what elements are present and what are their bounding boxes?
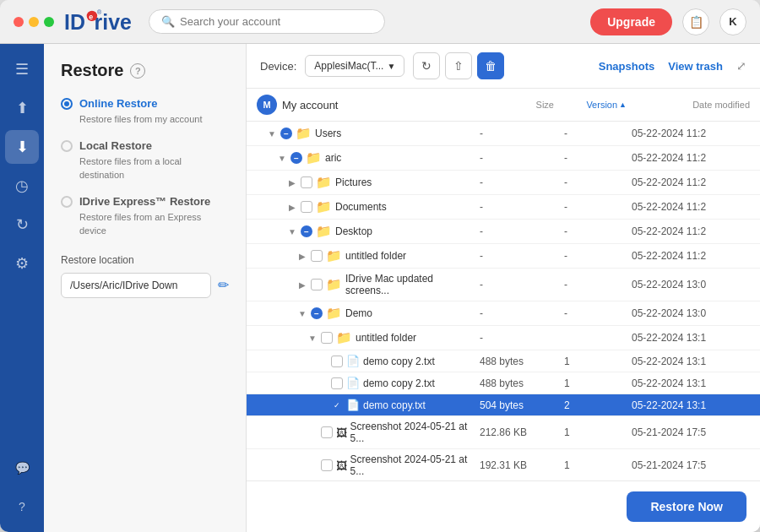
local-restore-desc: Restore files from a local destination bbox=[79, 155, 229, 182]
table-row[interactable]: ▼ − 📁 aric - - 05-22-2024 11:2 bbox=[247, 146, 760, 171]
table-row[interactable]: ▶ 📁 IDrive Mac updated screens... - - 05… bbox=[247, 269, 760, 301]
sidebar-icon-history[interactable]: ◷ bbox=[5, 169, 39, 203]
file-date: 05-22-2024 13:0 bbox=[632, 307, 750, 319]
edit-location-icon[interactable]: ✏ bbox=[218, 277, 229, 293]
folder-icon: 📁 bbox=[306, 150, 322, 166]
minimize-button[interactable] bbox=[29, 17, 39, 27]
file-name: aric bbox=[325, 152, 341, 164]
checkbox[interactable] bbox=[311, 279, 323, 290]
panel-help-icon[interactable]: ? bbox=[130, 63, 145, 79]
refresh-button[interactable]: ↻ bbox=[413, 52, 440, 79]
file-size: 488 bytes bbox=[480, 377, 564, 389]
file-size: - bbox=[480, 152, 564, 164]
sidebar-icon-sync[interactable]: ↻ bbox=[5, 208, 39, 242]
table-row[interactable]: ▶ 🖼 Screenshot 2024-05-21 at 5... 192.31… bbox=[247, 449, 760, 480]
resize-icon[interactable]: ⤢ bbox=[736, 59, 746, 73]
search-icon: 🔍 bbox=[161, 15, 175, 28]
table-row[interactable]: ▶ 📄 demo copy 2.txt 488 bytes 1 05-22-20… bbox=[247, 372, 760, 394]
partial-check-icon: − bbox=[311, 307, 323, 319]
file-name: demo copy.txt bbox=[363, 399, 426, 411]
checkbox[interactable] bbox=[311, 250, 323, 262]
online-restore-option[interactable]: Online Restore Restore files from my acc… bbox=[61, 97, 229, 126]
device-selector[interactable]: ApplesiMac(T... ▼ bbox=[305, 55, 404, 77]
file-size: - bbox=[480, 225, 564, 237]
table-row[interactable]: ▶ ✓ 📄 demo copy.txt 504 bytes 2 05-22-20… bbox=[247, 394, 760, 416]
file-name: demo copy 2.txt bbox=[363, 356, 435, 367]
file-date: 05-22-2024 13:1 bbox=[632, 332, 750, 344]
restore-location-input[interactable]: /Users/Aric/IDrive Down bbox=[61, 273, 211, 298]
checkbox[interactable] bbox=[321, 332, 333, 344]
table-row[interactable]: ▼ − 📁 Demo - - 05-22-2024 13:0 bbox=[247, 301, 760, 326]
express-restore-radio[interactable] bbox=[61, 196, 73, 208]
table-row[interactable]: ▼ − 📁 Users - - 05-22-2024 11:2 bbox=[247, 122, 760, 146]
image-file-icon: 🖼 bbox=[336, 426, 347, 439]
table-row[interactable]: ▶ 📁 Pictures - - 05-22-2024 11:2 bbox=[247, 171, 760, 195]
express-restore-desc: Restore files from an Express device bbox=[79, 211, 229, 237]
help-icon: ? bbox=[19, 500, 25, 513]
online-restore-label[interactable]: Online Restore bbox=[79, 97, 157, 110]
online-restore-radio[interactable] bbox=[61, 98, 73, 110]
table-row[interactable]: ▶ 📁 untitled folder - - 05-22-2024 11:2 bbox=[247, 244, 760, 269]
search-bar[interactable]: 🔍 bbox=[149, 9, 385, 34]
restore-location-label: Restore location bbox=[61, 254, 229, 266]
local-restore-radio[interactable] bbox=[61, 140, 73, 152]
folder-icon: 📁 bbox=[326, 306, 342, 321]
checkbox[interactable] bbox=[321, 459, 333, 471]
table-row[interactable]: ▶ 🖼 Screenshot 2024-05-21 at 5... 212.86… bbox=[247, 416, 760, 449]
sidebar-icon-chat[interactable]: 💬 bbox=[5, 451, 39, 485]
file-date: 05-22-2024 11:2 bbox=[632, 152, 750, 164]
local-restore-label[interactable]: Local Restore bbox=[79, 139, 152, 152]
file-name: Users bbox=[315, 128, 341, 139]
partial-check-icon: − bbox=[290, 152, 302, 164]
file-size: - bbox=[480, 128, 564, 139]
share-icon: ⇧ bbox=[453, 59, 464, 73]
titlebar-right: Upgrade 📋 K bbox=[590, 8, 746, 35]
file-date: 05-22-2024 13:1 bbox=[632, 377, 750, 389]
express-restore-label[interactable]: IDrive Express™ Restore bbox=[79, 195, 210, 208]
upgrade-button[interactable]: Upgrade bbox=[590, 8, 672, 35]
sidebar-icon-upload[interactable]: ⬆ bbox=[5, 91, 39, 125]
restore-location-box: /Users/Aric/IDrive Down ✏ bbox=[61, 273, 229, 298]
user-avatar[interactable]: K bbox=[719, 8, 746, 35]
text-file-icon: 📄 bbox=[346, 377, 360, 389]
sidebar-icon-settings[interactable]: ⚙ bbox=[5, 247, 39, 280]
sidebar-icon-menu[interactable]: ☰ bbox=[5, 52, 39, 86]
table-row[interactable]: ▶ 📁 Documents - - 05-22-2024 11:2 bbox=[247, 195, 760, 220]
maximize-button[interactable] bbox=[44, 17, 54, 27]
snapshots-link[interactable]: Snapshots bbox=[599, 60, 654, 73]
share-button[interactable]: ⇧ bbox=[445, 52, 472, 79]
search-input[interactable] bbox=[180, 15, 372, 28]
partial-check-icon: − bbox=[301, 225, 312, 237]
sidebar-icon-help[interactable]: ? bbox=[5, 490, 39, 524]
view-trash-link[interactable]: View trash bbox=[668, 60, 723, 73]
table-row[interactable]: ▶ 📄 demo copy 2.txt 488 bytes 1 05-22-20… bbox=[247, 350, 760, 372]
app-logo: ID rive e ® bbox=[64, 8, 132, 35]
checkbox[interactable] bbox=[301, 201, 312, 213]
file-tree[interactable]: ▼ − 📁 Users - - 05-22-2024 11:2 ▼ − 📁 bbox=[247, 122, 760, 480]
folder-icon: 📁 bbox=[316, 224, 332, 239]
file-size: - bbox=[480, 201, 564, 213]
file-version: 1 bbox=[564, 377, 632, 389]
close-button[interactable] bbox=[14, 17, 24, 27]
file-date: 05-22-2024 13:1 bbox=[632, 399, 750, 411]
file-date: 05-22-2024 11:2 bbox=[632, 176, 750, 188]
file-name: untitled folder bbox=[356, 332, 416, 344]
sidebar-icon-download[interactable]: ⬇ bbox=[5, 130, 39, 164]
table-row[interactable]: ▼ 📁 untitled folder - 05-22-2024 13:1 bbox=[247, 326, 760, 350]
checkbox[interactable] bbox=[301, 176, 312, 188]
file-date: 05-22-2024 13:0 bbox=[632, 279, 750, 290]
svg-text:®: ® bbox=[97, 9, 102, 16]
table-row[interactable]: ▼ − 📁 Desktop - - 05-22-2024 11:2 bbox=[247, 220, 760, 244]
checkbox[interactable]: ✓ bbox=[331, 399, 343, 411]
folder-icon: 📁 bbox=[316, 175, 332, 190]
svg-text:e: e bbox=[89, 13, 93, 21]
delete-button[interactable]: 🗑 bbox=[477, 52, 504, 79]
checkbox[interactable] bbox=[331, 356, 343, 367]
notifications-button[interactable]: 📋 bbox=[682, 8, 709, 35]
restore-now-button[interactable]: Restore Now bbox=[627, 491, 746, 522]
local-restore-option[interactable]: Local Restore Restore files from a local… bbox=[61, 139, 229, 182]
expand-icon: ▶ bbox=[287, 178, 297, 187]
checkbox[interactable] bbox=[321, 426, 333, 438]
checkbox[interactable] bbox=[331, 377, 343, 389]
express-restore-option[interactable]: IDrive Express™ Restore Restore files fr… bbox=[61, 195, 229, 237]
